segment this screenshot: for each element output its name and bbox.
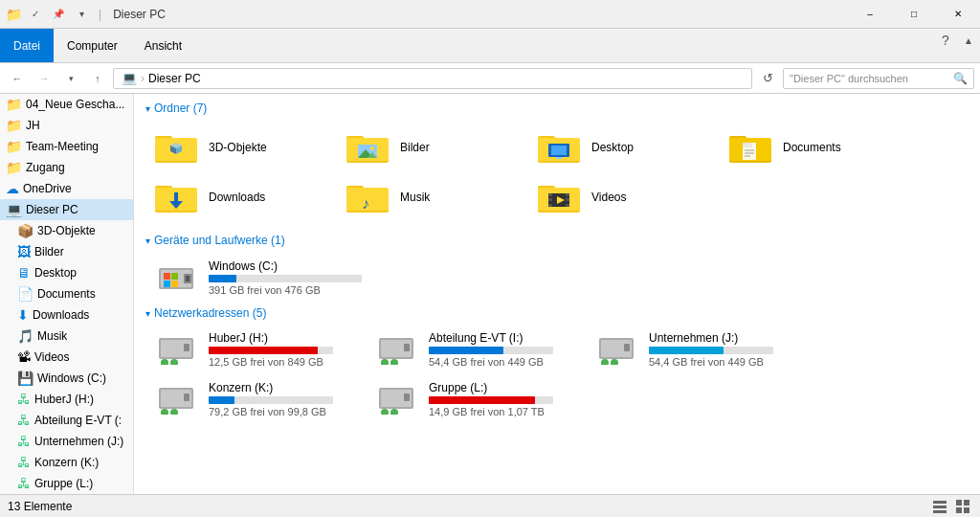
sidebar-item-documents[interactable]: 📄 Documents xyxy=(0,283,133,304)
qat-back[interactable]: ✓ xyxy=(26,5,45,24)
status-bar: 13 Elemente xyxy=(0,494,980,517)
ribbon-help[interactable]: ? xyxy=(934,29,957,52)
folder-documents[interactable]: Documents xyxy=(720,123,911,172)
network-free: 14,9 GB frei von 1,07 TB xyxy=(429,406,578,417)
network-icon: 🖧 xyxy=(17,455,31,470)
path-arrow: › xyxy=(141,72,145,85)
sidebar-item-zugang[interactable]: 📁 Zugang xyxy=(0,157,133,178)
sidebar-item-musik[interactable]: 🎵 Musik xyxy=(0,326,133,347)
sidebar-item-bilder[interactable]: 🖼 Bilder xyxy=(0,241,133,262)
svg-rect-57 xyxy=(184,344,189,351)
sidebar-item-team[interactable]: 📁 Team-Meeting xyxy=(0,136,133,157)
netzwerk-label: Netzwerkadressen (5) xyxy=(154,306,266,320)
minimize-button[interactable]: – xyxy=(848,0,892,29)
svg-rect-23 xyxy=(743,143,752,147)
folder-3d-icon xyxy=(155,130,197,165)
svg-rect-85 xyxy=(956,507,962,513)
sidebar-item-jh[interactable]: 📁 JH xyxy=(0,115,133,136)
chevron-down-icon: ▾ xyxy=(145,103,150,114)
sidebar-item-windows-c[interactable]: 💾 Windows (C:) xyxy=(0,368,133,389)
network-hdd-icon xyxy=(157,384,195,415)
maximize-button[interactable]: □ xyxy=(892,0,936,29)
sidebar-label: Downloads xyxy=(33,308,89,322)
folder-bilder[interactable]: Bilder xyxy=(337,123,528,172)
address-path[interactable]: 💻 › Dieser PC xyxy=(113,68,752,89)
sidebar-item-abteilung[interactable]: 🖧 Abteilung E-VT (: xyxy=(0,410,133,431)
svg-point-73 xyxy=(161,409,168,415)
sidebar-item-onedrive[interactable]: ☁ OneDrive xyxy=(0,178,133,199)
close-button[interactable]: ✕ xyxy=(936,0,980,29)
svg-rect-80 xyxy=(933,501,947,504)
up-button[interactable]: ↑ xyxy=(86,67,109,90)
network-name: HuberJ (H:) xyxy=(209,331,358,345)
sidebar-label: Desktop xyxy=(34,266,77,280)
ribbon-collapse[interactable]: ▲ xyxy=(957,29,980,52)
folder-name: Videos xyxy=(591,191,626,204)
forward-button[interactable]: → xyxy=(33,67,56,90)
sidebar-label: Gruppe (L:) xyxy=(34,477,93,490)
folder-musik[interactable]: ♪ Musik xyxy=(337,172,528,222)
folder-downloads-icon xyxy=(155,180,197,214)
tab-computer[interactable]: Computer xyxy=(54,29,131,62)
svg-rect-40 xyxy=(548,193,552,196)
sidebar-item-dieserpc[interactable]: 💻 Dieser PC xyxy=(0,199,133,220)
sidebar-item-geschaeft[interactable]: 📁 04_Neue Gescha... xyxy=(0,94,133,115)
network-free: 12,5 GB frei von 849 GB xyxy=(209,356,358,368)
sidebar-item-unternehmen[interactable]: 🖧 Unternehmen (J:) xyxy=(0,431,133,452)
svg-rect-51 xyxy=(164,281,170,287)
network-bar-fill xyxy=(209,347,318,354)
network-gruppe[interactable]: Gruppe (L:) 14,9 GB frei von 1,07 TB xyxy=(366,377,586,421)
qat-dropdown[interactable]: ▾ xyxy=(72,5,91,24)
svg-rect-83 xyxy=(956,500,962,506)
network-konzern[interactable]: Konzern (K:) 79,2 GB frei von 99,8 GB xyxy=(145,377,366,421)
svg-rect-41 xyxy=(548,198,552,201)
sidebar-item-huberj-h[interactable]: 🖧 HuberJ (H:) xyxy=(0,389,133,410)
sidebar-label: OneDrive xyxy=(23,182,72,195)
view-large-icons-button[interactable] xyxy=(953,497,972,516)
svg-text:♪: ♪ xyxy=(362,195,369,212)
folder-name: Downloads xyxy=(209,191,265,204)
network-huberj[interactable]: HuberJ (H:) 12,5 GB frei von 849 GB xyxy=(145,327,366,371)
folder-icon-container: ♪ xyxy=(345,178,390,216)
ordner-section-header[interactable]: ▾ Ordner (7) xyxy=(145,101,969,115)
drive-windows-c[interactable]: Windows (C:) 391 GB frei von 476 GB xyxy=(145,255,969,301)
windows-drive-icon xyxy=(157,260,195,295)
network-drive-icon xyxy=(153,382,199,416)
svg-rect-72 xyxy=(184,393,189,401)
tab-datei[interactable]: Datei xyxy=(0,29,54,62)
network-bar-bg xyxy=(209,396,333,404)
drive-bar-bg xyxy=(209,275,362,282)
svg-rect-84 xyxy=(964,500,969,506)
network-drive-icon xyxy=(593,332,639,367)
folder-3dobjekte[interactable]: 3D-Objekte xyxy=(145,123,337,172)
network-icon: 🖧 xyxy=(17,413,31,428)
folder-desktop[interactable]: Desktop xyxy=(528,123,720,172)
recent-locations[interactable]: ▾ xyxy=(59,67,82,90)
sidebar-item-downloads[interactable]: ⬇ Downloads xyxy=(0,304,133,326)
sidebar-item-desktop[interactable]: 🖥 Desktop xyxy=(0,262,133,283)
folder-downloads[interactable]: Downloads xyxy=(145,172,337,222)
sidebar-item-videos[interactable]: 📽 Videos xyxy=(0,347,133,368)
netzwerk-section-header[interactable]: ▾ Netzwerkadressen (5) xyxy=(145,306,969,320)
network-unternehmen[interactable]: Unternehmen (J:) 54,4 GB frei von 449 GB xyxy=(586,327,806,371)
svg-rect-18 xyxy=(556,157,562,159)
folders-grid: 3D-Objekte Bilder xyxy=(145,123,969,222)
qat-pin[interactable]: 📌 xyxy=(49,5,68,24)
tab-ansicht[interactable]: Ansicht xyxy=(131,29,195,62)
refresh-button[interactable]: ↺ xyxy=(756,67,779,90)
search-box[interactable]: "Dieser PC" durchsuchen 🔍 xyxy=(783,68,974,89)
title-bar-left: 📁 ✓ 📌 ▾ | Dieser PC xyxy=(0,5,848,24)
network-abteilung[interactable]: Abteilung E-VT (I:) 54,4 GB frei von 449… xyxy=(366,327,586,371)
view-details-button[interactable] xyxy=(930,497,949,516)
folder-videos[interactable]: Videos xyxy=(528,172,720,222)
sidebar-label: Dieser PC xyxy=(26,203,78,216)
sidebar-item-gruppe[interactable]: 🖧 Gruppe (L:) xyxy=(0,473,133,494)
sidebar-item-konzern[interactable]: 🖧 Konzern (K:) xyxy=(0,452,133,473)
back-button[interactable]: ← xyxy=(6,67,29,90)
network-free: 54,4 GB frei von 449 GB xyxy=(649,356,798,368)
pc-icon: 💻 xyxy=(6,202,22,217)
svg-rect-54 xyxy=(186,276,189,281)
sidebar-item-3dobjekte[interactable]: 📦 3D-Objekte xyxy=(0,220,133,241)
network-bar-fill xyxy=(429,396,535,404)
geraete-section-header[interactable]: ▾ Geräte und Laufwerke (1) xyxy=(145,234,969,247)
